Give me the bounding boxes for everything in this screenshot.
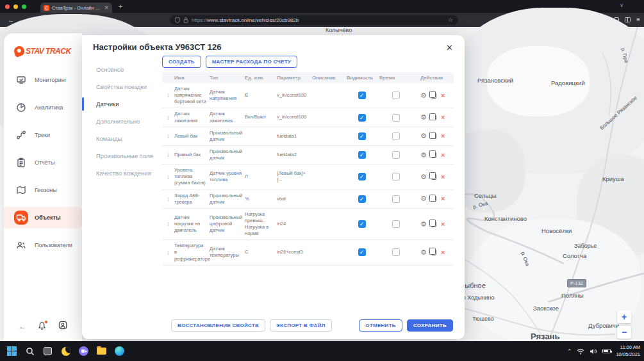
visibility-checkbox[interactable]: ✓	[358, 195, 366, 203]
copy-icon[interactable]	[431, 93, 436, 99]
drag-handle-icon[interactable]: ↕	[162, 91, 174, 100]
copy-icon[interactable]	[431, 115, 436, 120]
settings-icon[interactable]: ⚙	[420, 113, 427, 122]
delete-icon[interactable]: ×	[441, 150, 445, 160]
modal-tab-commands[interactable]: Команды	[82, 130, 162, 147]
drag-handle-icon[interactable]: ↕	[162, 195, 174, 204]
sidebar-panel-icon[interactable]	[625, 17, 631, 22]
page-content: КолычёвоРязановскийРадовицкийр. ПраБольш…	[0, 27, 644, 341]
time-checkbox[interactable]	[392, 173, 400, 180]
chat-icon[interactable]	[78, 346, 89, 357]
sidebar-item-geozones[interactable]: Геозоны	[4, 180, 82, 200]
time-checkbox[interactable]	[392, 92, 400, 99]
modal-tab-trip-properties[interactable]: Свойства поездки	[82, 78, 162, 95]
delete-icon[interactable]: ×	[441, 172, 445, 182]
delete-icon[interactable]: ×	[441, 194, 445, 204]
browser-tab[interactable]: С СтавТрэк - Онлайн мониторин ✕	[40, 3, 112, 13]
map-zoom-in-button[interactable]: +	[617, 310, 631, 323]
lock-icon[interactable]	[183, 17, 188, 23]
restore-properties-button[interactable]: ВОССТАНОВЛЕНИЕ СВОЙСТВ	[171, 319, 265, 332]
export-to-file-button[interactable]: ЭКСПОРТ В ФАЙЛ	[270, 319, 332, 332]
modal-tab-sensors[interactable]: Датчики	[82, 95, 162, 113]
minimize-window-button[interactable]	[13, 4, 18, 9]
wifi-icon[interactable]	[577, 348, 584, 355]
drag-handle-icon[interactable]: ↕	[162, 132, 174, 141]
visibility-checkbox[interactable]: ✓	[358, 248, 366, 256]
stavtrack-logo[interactable]: STAV TRACK	[14, 46, 82, 56]
settings-icon[interactable]: ⚙	[420, 172, 427, 182]
modal-tab-custom-fields[interactable]: Произвольные поля	[82, 147, 162, 164]
copy-icon[interactable]	[431, 174, 436, 180]
drag-handle-icon[interactable]: ↕	[162, 173, 174, 182]
sidebar-item-reports[interactable]: Отчёты	[4, 153, 82, 172]
drag-handle-icon[interactable]: ↕	[162, 113, 174, 122]
delete-icon[interactable]: ×	[441, 113, 445, 122]
settings-icon[interactable]: ⚙	[420, 248, 427, 257]
bookmark-star-icon[interactable]: ☆	[448, 17, 453, 23]
tab-search-chevron-icon[interactable]: ∨	[620, 3, 623, 8]
tab-close-icon[interactable]: ✕	[104, 4, 109, 11]
visibility-checkbox[interactable]: ✓	[358, 151, 366, 159]
settings-icon[interactable]: ⚙	[420, 91, 427, 100]
time-checkbox[interactable]	[392, 114, 400, 122]
copy-icon[interactable]	[431, 221, 436, 227]
notifications-bell-icon[interactable]	[38, 321, 46, 332]
copy-icon[interactable]	[431, 196, 436, 202]
sidebar-item-analytics[interactable]: Аналитика	[4, 98, 82, 117]
browser-menu-icon[interactable]: ≡	[636, 17, 640, 23]
search-icon[interactable]	[24, 346, 35, 357]
edge-browser-icon[interactable]	[114, 346, 125, 357]
settings-icon[interactable]: ⚙	[420, 220, 427, 229]
drag-handle-icon[interactable]: ↕	[162, 220, 174, 229]
map-zoom-out-button[interactable]: −	[617, 326, 631, 339]
visibility-checkbox[interactable]: ✓	[358, 220, 366, 228]
visibility-checkbox[interactable]: ✓	[358, 173, 366, 180]
time-checkbox[interactable]	[392, 248, 400, 256]
delete-icon[interactable]: ×	[441, 220, 445, 229]
delete-icon[interactable]: ×	[441, 131, 445, 141]
save-button[interactable]: СОХРАНИТЬ	[407, 319, 453, 332]
task-view-icon[interactable]	[42, 346, 53, 357]
night-mode-icon[interactable]	[60, 346, 71, 357]
tray-chevron-icon[interactable]: ⌃	[567, 348, 572, 355]
sidebar-item-objects[interactable]: Объекты	[4, 208, 82, 227]
time-checkbox[interactable]	[392, 220, 400, 228]
drag-handle-icon[interactable]: ↕	[162, 150, 174, 159]
collapse-sidebar-icon[interactable]: ←	[19, 322, 26, 331]
modal-tab-additional[interactable]: Дополнительно	[82, 113, 162, 130]
fuel-master-button[interactable]: МАСТЕР РАСХОДА ПО СЧЕТУ	[206, 56, 298, 68]
sidebar-item-tracks[interactable]: Треки	[4, 125, 82, 145]
cancel-button[interactable]: ОТМЕНИТЬ	[359, 319, 402, 332]
settings-icon[interactable]: ⚙	[420, 150, 427, 160]
time-checkbox[interactable]	[392, 195, 400, 203]
tracking-shield-icon[interactable]	[175, 17, 180, 23]
maximize-window-button[interactable]	[22, 4, 26, 9]
time-checkbox[interactable]	[392, 151, 400, 159]
copy-icon[interactable]	[431, 152, 436, 158]
create-sensor-button[interactable]: СОЗДАТЬ	[162, 56, 201, 68]
close-window-button[interactable]	[5, 4, 10, 9]
time-checkbox[interactable]	[392, 132, 400, 140]
delete-icon[interactable]: ×	[441, 91, 445, 100]
modal-tab-driving-quality[interactable]: Качество вождения	[82, 164, 162, 182]
sidebar-item-users[interactable]: Пользователи	[4, 236, 82, 255]
settings-icon[interactable]: ⚙	[420, 131, 427, 141]
visibility-checkbox[interactable]: ✓	[358, 92, 366, 99]
sidebar-item-monitoring[interactable]: Мониторинг	[4, 70, 82, 90]
settings-icon[interactable]: ⚙	[420, 194, 427, 204]
new-tab-button[interactable]: +	[119, 3, 122, 10]
taskbar-clock[interactable]: 11:00 AM 10/05/2021	[616, 344, 640, 357]
copy-icon[interactable]	[431, 250, 436, 255]
delete-icon[interactable]: ×	[441, 248, 445, 257]
start-button-icon[interactable]	[6, 346, 17, 357]
modal-tab-general[interactable]: Основное	[82, 61, 162, 78]
profile-icon[interactable]	[58, 321, 67, 332]
visibility-checkbox[interactable]: ✓	[358, 114, 366, 122]
file-explorer-icon[interactable]	[96, 346, 107, 357]
drag-handle-icon[interactable]: ↕	[162, 248, 174, 257]
visibility-checkbox[interactable]: ✓	[358, 132, 366, 140]
copy-icon[interactable]	[431, 133, 436, 139]
address-bar[interactable]: https://www.stavtrack.online/vehicles/20…	[170, 15, 458, 25]
volume-icon[interactable]	[590, 348, 597, 355]
battery-icon[interactable]	[602, 349, 611, 353]
